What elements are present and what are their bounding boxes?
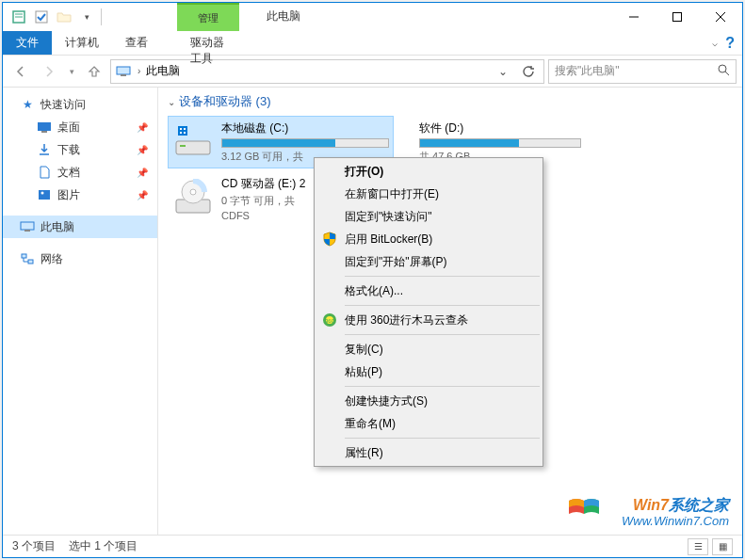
sidebar-thispc[interactable]: 此电脑 xyxy=(3,216,157,238)
context-menu-item[interactable]: 打开(O) xyxy=(316,160,541,183)
context-menu-item[interactable]: 格式化(A)... xyxy=(316,280,541,302)
sidebar-network[interactable]: 网络 xyxy=(3,248,157,270)
address-text: 此电脑 xyxy=(146,63,180,79)
context-menu-label: 打开(O) xyxy=(345,164,383,180)
sidebar-quick-access[interactable]: ★ 快速访问 xyxy=(3,93,157,116)
chevron-down-icon: ⌄ xyxy=(168,97,175,107)
context-menu-label: 粘贴(P) xyxy=(345,364,382,380)
capacity-fill xyxy=(222,139,335,147)
svg-rect-15 xyxy=(39,190,50,200)
pin-icon: 📌 xyxy=(137,122,148,133)
context-menu-label: 固定到"开始"屏幕(P) xyxy=(345,254,447,270)
pin-icon: 📌 xyxy=(137,145,148,155)
tab-view[interactable]: 查看 xyxy=(112,31,161,55)
shield-icon xyxy=(321,231,338,248)
context-menu-item[interactable]: 粘贴(P) xyxy=(316,360,541,383)
address-dropdown-icon[interactable]: ⌄ xyxy=(494,65,511,78)
recent-dropdown-icon[interactable]: ▾ xyxy=(65,59,78,84)
sidebar-item-label: 桌面 xyxy=(57,120,80,136)
watermark-url: Www.Winwin7.Com xyxy=(622,514,729,529)
hdd-icon xyxy=(172,120,214,162)
svg-rect-21 xyxy=(176,141,210,154)
up-button[interactable] xyxy=(82,59,106,84)
svg-point-10 xyxy=(719,65,726,72)
address-box[interactable]: › 此电脑 ⌄ xyxy=(110,59,544,84)
sidebar-item-label: 下载 xyxy=(57,142,80,158)
large-icons-view-button[interactable]: ▦ xyxy=(712,538,733,555)
context-menu-item[interactable]: 在新窗口中打开(E) xyxy=(316,183,541,205)
context-menu-label: 固定到"快速访问" xyxy=(345,209,432,225)
context-menu-item[interactable]: 固定到"快速访问" xyxy=(316,205,541,228)
svg-rect-25 xyxy=(184,128,186,130)
star-icon: ★ xyxy=(20,98,35,111)
properties-icon[interactable] xyxy=(8,7,29,27)
svg-point-16 xyxy=(41,192,44,195)
svg-rect-24 xyxy=(180,128,182,130)
context-menu-item[interactable]: 重命名(M) xyxy=(316,412,541,435)
svg-rect-26 xyxy=(180,132,182,134)
close-button[interactable] xyxy=(699,3,742,31)
svg-point-30 xyxy=(190,189,196,195)
sidebar-item-desktop[interactable]: 桌面 📌 xyxy=(3,116,157,138)
selection-count: 选中 1 个项目 xyxy=(69,538,138,554)
context-menu-item[interactable]: 复制(C) xyxy=(316,338,541,360)
context-menu-item[interactable]: 启用 BitLocker(B) xyxy=(316,228,541,250)
hdd-icon xyxy=(402,120,412,162)
thispc-icon xyxy=(20,220,35,233)
tab-drive-tools[interactable]: 驱动器工具 xyxy=(177,31,239,71)
back-button[interactable] xyxy=(8,59,33,84)
drive-name: 本地磁盘 (C:) xyxy=(221,120,389,136)
help-icon[interactable]: ? xyxy=(725,35,735,52)
sidebar-item-pictures[interactable]: 图片 📌 xyxy=(3,184,157,206)
sidebar-item-label: 图片 xyxy=(57,187,80,203)
context-menu-label: 创建快捷方式(S) xyxy=(345,393,428,409)
sidebar-item-downloads[interactable]: 下载 📌 xyxy=(3,138,157,161)
forward-button[interactable] xyxy=(37,59,61,84)
sidebar-label: 网络 xyxy=(40,251,63,267)
documents-icon xyxy=(37,166,52,179)
svg-rect-17 xyxy=(21,222,34,230)
tab-computer[interactable]: 计算机 xyxy=(52,31,112,55)
context-menu-separator xyxy=(345,334,540,335)
360-icon: 360 xyxy=(321,312,338,328)
new-folder-icon[interactable] xyxy=(54,7,74,27)
svg-rect-9 xyxy=(121,74,126,76)
svg-line-11 xyxy=(725,72,729,75)
search-icon[interactable] xyxy=(718,64,730,79)
context-menu-label: 格式化(A)... xyxy=(345,283,403,299)
context-menu-label: 复制(C) xyxy=(345,342,383,358)
watermark-text: 系统之家 xyxy=(669,497,729,513)
minimize-button[interactable] xyxy=(612,3,656,31)
svg-rect-23 xyxy=(178,126,187,136)
refresh-button[interactable] xyxy=(517,65,540,78)
context-menu-item[interactable]: 固定到"开始"屏幕(P) xyxy=(316,250,541,273)
context-menu-separator xyxy=(345,305,540,306)
context-menu-label: 使用 360进行木马云查杀 xyxy=(345,312,468,328)
context-menu-item[interactable]: 360使用 360进行木马云查杀 xyxy=(316,309,541,331)
tab-file[interactable]: 文件 xyxy=(3,31,52,55)
pictures-icon xyxy=(37,188,52,201)
sidebar-item-documents[interactable]: 文档 📌 xyxy=(3,161,157,184)
context-menu-item[interactable]: 创建快捷方式(S) xyxy=(316,390,541,412)
titlebar: ▾ 管理 此电脑 xyxy=(3,3,742,31)
item-count: 3 个项目 xyxy=(12,538,56,554)
group-header[interactable]: ⌄ 设备和驱动器 (3) xyxy=(168,93,733,110)
qat-dropdown-icon[interactable]: ▾ xyxy=(76,7,97,27)
network-icon xyxy=(20,252,35,265)
maximize-button[interactable] xyxy=(656,3,699,31)
expand-ribbon-icon[interactable]: ⌵ xyxy=(712,38,718,48)
pin-icon: 📌 xyxy=(137,168,148,178)
watermark-logo-icon xyxy=(567,493,601,525)
context-menu-label: 启用 BitLocker(B) xyxy=(345,232,432,248)
quick-access-toolbar: ▾ xyxy=(3,3,104,31)
details-view-button[interactable]: ☰ xyxy=(688,538,708,555)
sidebar-label: 此电脑 xyxy=(40,219,74,235)
svg-rect-27 xyxy=(184,132,186,134)
svg-rect-19 xyxy=(22,254,26,258)
search-box[interactable]: 搜索"此电脑" xyxy=(548,59,737,84)
context-menu-item[interactable]: 属性(R) xyxy=(316,441,541,464)
qat-checkbox-icon[interactable] xyxy=(31,7,52,27)
manage-contextual-tab[interactable]: 管理 xyxy=(177,3,239,31)
sidebar-item-label: 文档 xyxy=(57,165,80,181)
navigation-pane: ★ 快速访问 桌面 📌 下载 📌 文档 📌 图片 📌 xyxy=(3,88,158,535)
